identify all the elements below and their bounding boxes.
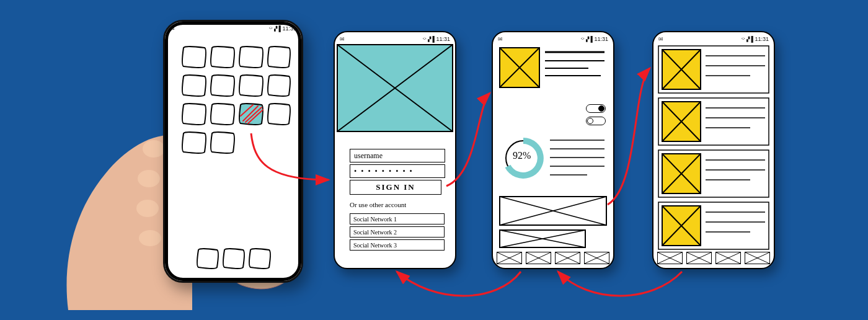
dock-icon[interactable] bbox=[249, 249, 270, 269]
tab-bar bbox=[497, 252, 609, 264]
status-bar: ✉ ⌔ ▞▐ 11:31 bbox=[653, 35, 774, 43]
sign-in-button[interactable]: SIGN IN bbox=[350, 180, 441, 195]
time-label: 11:31 bbox=[594, 36, 608, 42]
app-icon[interactable] bbox=[268, 47, 290, 68]
app-icon[interactable] bbox=[182, 75, 206, 96]
mail-icon: ✉ bbox=[498, 36, 503, 42]
dock-icon[interactable] bbox=[223, 249, 244, 269]
sign-in-label: SIGN IN bbox=[376, 182, 415, 192]
hero-image-placeholder bbox=[335, 43, 455, 136]
avatar-placeholder bbox=[499, 47, 540, 88]
app-icon[interactable] bbox=[211, 75, 234, 96]
username-field[interactable]: username bbox=[350, 149, 445, 162]
phone-dashboard: ✉ ⌔ ▞▐ 11:31 92% bbox=[492, 31, 614, 269]
svg-point-2 bbox=[136, 200, 159, 217]
list-item[interactable] bbox=[658, 150, 769, 197]
app-icon[interactable] bbox=[182, 132, 206, 153]
svg-point-1 bbox=[138, 170, 160, 187]
social-login-1[interactable]: Social Network 1 bbox=[350, 213, 445, 224]
list-item[interactable] bbox=[658, 46, 769, 93]
body-text-lines bbox=[550, 138, 607, 187]
app-icon[interactable] bbox=[211, 47, 234, 68]
social-login-3[interactable]: Social Network 3 bbox=[350, 239, 445, 251]
tab-item[interactable] bbox=[657, 252, 683, 264]
header-text-lines bbox=[545, 50, 607, 87]
tab-item[interactable] bbox=[584, 252, 609, 264]
tab-item[interactable] bbox=[686, 252, 712, 264]
mail-icon: ✉ bbox=[658, 36, 663, 42]
list-rows bbox=[657, 45, 770, 253]
mail-icon: ✉ bbox=[340, 36, 345, 42]
app-icon[interactable] bbox=[211, 104, 234, 125]
app-icon[interactable] bbox=[239, 47, 263, 68]
list-item[interactable] bbox=[658, 202, 769, 249]
time-label: 11:31 bbox=[755, 36, 769, 42]
app-icon[interactable] bbox=[182, 104, 206, 125]
status-bar: ✉ ⌔ ▞▐ 11:31 bbox=[335, 35, 455, 43]
phone-login: ✉ ⌔ ▞▐ 11:31 username • • • • • • • • • … bbox=[334, 31, 456, 269]
app-icon[interactable] bbox=[211, 132, 234, 153]
app-icon-highlighted[interactable] bbox=[239, 104, 263, 125]
app-icon[interactable] bbox=[239, 75, 263, 96]
alt-login-label: Or use other account bbox=[350, 201, 406, 208]
social-login-2[interactable]: Social Network 2 bbox=[350, 226, 445, 238]
phone-list: ✉ ⌔ ▞▐ 11:31 bbox=[652, 31, 775, 269]
toggle-2[interactable] bbox=[586, 117, 606, 125]
tab-item[interactable] bbox=[745, 252, 770, 264]
banner-small-placeholder[interactable] bbox=[499, 229, 586, 248]
username-placeholder: username bbox=[354, 151, 383, 161]
tab-item[interactable] bbox=[497, 252, 522, 264]
time-label: 11:31 bbox=[436, 36, 450, 42]
tab-item[interactable] bbox=[555, 252, 580, 264]
status-bar: ✉ ⌔ ▞▐ 11:31 bbox=[493, 35, 613, 43]
list-item[interactable] bbox=[658, 98, 769, 145]
tab-item[interactable] bbox=[526, 252, 551, 264]
svg-point-0 bbox=[143, 140, 165, 158]
banner-placeholder[interactable] bbox=[499, 196, 607, 226]
tab-bar bbox=[657, 252, 770, 264]
password-field[interactable]: • • • • • • • • • bbox=[350, 164, 445, 178]
app-icon[interactable] bbox=[268, 75, 290, 96]
progress-label: 92% bbox=[513, 150, 531, 161]
app-icon[interactable] bbox=[182, 47, 206, 68]
app-icon[interactable] bbox=[268, 104, 290, 125]
tab-item[interactable] bbox=[715, 252, 741, 264]
svg-point-3 bbox=[139, 230, 161, 246]
password-mask: • • • • • • • • • bbox=[354, 167, 414, 176]
phone-home: ✉ ⌔ ▞▐ 11:31 bbox=[163, 20, 303, 283]
dock-icon[interactable] bbox=[197, 249, 218, 269]
home-screen bbox=[165, 22, 301, 281]
toggle-1[interactable] bbox=[586, 104, 606, 113]
